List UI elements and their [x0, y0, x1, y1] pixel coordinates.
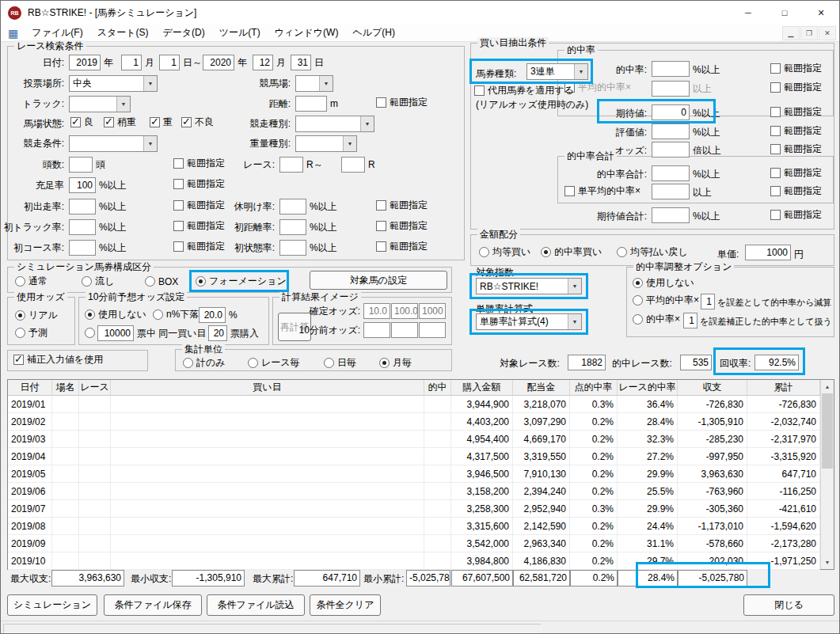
expected-value-range-checkbox[interactable]: 範囲指定 — [770, 106, 822, 118]
table-row[interactable]: 2019/103,984,8004,186,8300.2%29.7%202,03… — [8, 552, 834, 570]
col-header-purchase[interactable]: 購入金額 — [451, 380, 513, 396]
target-horse-settings-button[interactable]: 対象馬の設定 — [310, 271, 447, 290]
pre-odds-input-2[interactable] — [391, 322, 418, 338]
fixed-odds-input-1[interactable]: 10.0 — [363, 303, 390, 319]
adjust-hit-factor-input[interactable]: 1 — [683, 313, 697, 328]
table-row[interactable]: 2019/024,403,2003,097,2900.2%28.4%-1,305… — [8, 413, 834, 431]
voting-place-select[interactable]: 中央▼ — [69, 75, 158, 92]
pre-odds-drop-radio[interactable]: n%下落 — [153, 309, 199, 321]
date-to-day-input[interactable]: 31 — [291, 55, 311, 70]
track-select[interactable]: ▼ — [69, 96, 131, 112]
fixed-odds-input-2[interactable]: 100.0 — [391, 303, 418, 319]
first-distance-input[interactable] — [279, 219, 306, 235]
date-from-day-input[interactable]: 1 — [159, 55, 180, 70]
adjust-avg-radio[interactable]: 平均的中率× — [633, 294, 699, 306]
heads-range-checkbox[interactable]: 範囲指定 — [173, 158, 225, 169]
expected-total-range-checkbox[interactable]: 範囲指定 — [770, 209, 822, 221]
table-row[interactable]: 2019/093,542,0002,963,3400.2%31.1%-578,6… — [8, 535, 834, 552]
hit-total-range-checkbox[interactable]: 範囲指定 — [770, 167, 822, 179]
sufficiency-input[interactable]: 100 — [69, 177, 96, 193]
structure-normal-radio[interactable]: 通常 — [15, 275, 48, 287]
single-avg-hit-input[interactable] — [652, 184, 690, 199]
hit-total-input[interactable] — [652, 165, 690, 181]
col-header-date[interactable]: 日付 — [8, 380, 52, 396]
close-window-button[interactable]: 閉じる — [743, 594, 834, 616]
adjust-avg-factor-input[interactable]: 1 — [701, 294, 715, 309]
first-distance-range-checkbox[interactable]: 範囲指定 — [376, 220, 428, 232]
surface-heavy-checkbox[interactable]: 重 — [150, 116, 173, 128]
menu-data[interactable]: データ(D) — [156, 26, 212, 40]
agg-per-race-radio[interactable]: レース毎 — [248, 357, 300, 369]
first-start-range-checkbox[interactable]: 範囲指定 — [173, 199, 225, 211]
pre-odds-votes-radio[interactable] — [85, 327, 98, 339]
avg-hit-rate-range-checkbox[interactable]: 範囲指定 — [770, 82, 822, 93]
first-course-range-checkbox[interactable]: 範囲指定 — [173, 241, 225, 252]
layoff-input[interactable] — [279, 199, 306, 214]
first-track-range-checkbox[interactable]: 範囲指定 — [173, 220, 225, 232]
alloc-hit-rate-buy-radio[interactable]: 的中率買い — [541, 246, 602, 258]
hit-rate-range-checkbox[interactable]: 範囲指定 — [770, 63, 822, 74]
table-row[interactable]: 2019/083,315,6002,142,5900.2%24.4%-1,173… — [8, 518, 834, 535]
pre-odds-none-radio[interactable]: 使用しない — [85, 309, 146, 321]
odds-predicted-radio[interactable]: 予測 — [15, 327, 48, 339]
single-avg-range-checkbox[interactable]: 範囲指定 — [770, 185, 822, 197]
weight-type-select[interactable]: ▼ — [295, 135, 357, 152]
race-no-to-input[interactable] — [341, 157, 365, 173]
save-condition-file-button[interactable]: 条件ファイル保存 — [104, 594, 202, 616]
pre-odds-input-1[interactable] — [363, 322, 390, 338]
scrollbar-thumb[interactable] — [822, 393, 833, 469]
table-row[interactable]: 2019/013,944,9003,218,0700.3%36.4%-726,8… — [8, 396, 834, 413]
avg-hit-rate-checkbox[interactable]: 平均的中率× — [564, 82, 631, 93]
close-icon[interactable]: ✕ — [803, 1, 839, 25]
drop-pct-input[interactable]: 20.0 — [199, 307, 226, 323]
menu-help[interactable]: ヘルプ(H) — [345, 26, 402, 40]
single-avg-hit-checkbox[interactable]: 単平均的中率× — [564, 185, 640, 197]
use-correction-checkbox[interactable]: 補正入力値を使用 — [13, 354, 103, 366]
col-header-race[interactable]: レース — [79, 380, 111, 396]
expected-value-input[interactable]: 0 — [652, 104, 690, 120]
distance-range-checkbox[interactable]: 範囲指定 — [376, 97, 428, 108]
vertical-scrollbar[interactable]: ▲ ▼ — [820, 380, 834, 569]
surface-good-checkbox[interactable]: 良 — [70, 116, 93, 128]
date-from-month-input[interactable]: 1 — [121, 55, 142, 70]
expected-total-input[interactable] — [652, 207, 690, 223]
minimize-icon[interactable]: ─ — [730, 1, 766, 25]
table-row[interactable]: 2019/034,954,4004,669,1700.2%32.3%-285,2… — [8, 431, 834, 448]
structure-formation-radio[interactable]: フォーメーション — [196, 275, 287, 287]
structure-box-radio[interactable]: BOX — [145, 275, 178, 287]
col-header-race-rate[interactable]: レース的中率 — [618, 380, 678, 396]
mdi-minimize-icon[interactable]: ▁ — [782, 26, 800, 40]
racecourse-select[interactable]: ▼ — [295, 75, 333, 92]
col-header-cumulative[interactable]: 累計 — [747, 380, 820, 396]
col-header-balance[interactable]: 収支 — [678, 380, 747, 396]
win-rate-formula-select[interactable]: 単勝率計算式(4)▼ — [476, 313, 582, 330]
table-row[interactable]: 2019/073,258,3002,952,9400.3%29.9%-305,3… — [8, 500, 834, 518]
first-surface-range-checkbox[interactable]: 範囲指定 — [376, 241, 428, 252]
mdi-close-icon[interactable]: ✕ — [819, 26, 836, 40]
ticket-type-select[interactable]: 3連単▼ — [526, 63, 588, 80]
menu-window[interactable]: ウィンドウ(W) — [268, 26, 346, 40]
pre-odds-input-3[interactable] — [419, 322, 446, 338]
alloc-equal-buy-radio[interactable]: 均等買い — [479, 246, 530, 258]
table-row[interactable]: 2019/063,158,2002,394,2400.2%25.5%-763,9… — [8, 483, 834, 500]
structure-nagashi-radio[interactable]: 流し — [82, 275, 114, 287]
alloc-equal-return-radio[interactable]: 均等払い戻し — [617, 246, 688, 258]
mdi-restore-icon[interactable]: ❐ — [800, 26, 818, 40]
votes-input[interactable]: 10000 — [97, 325, 134, 341]
eval-value-input[interactable] — [652, 123, 690, 139]
col-header-payout[interactable]: 配当金 — [513, 380, 570, 396]
scroll-down-icon[interactable]: ▼ — [821, 556, 834, 569]
layoff-range-checkbox[interactable]: 範囲指定 — [376, 199, 428, 211]
substitute-ticket-checkbox[interactable]: 代用馬券を適用する — [474, 85, 574, 97]
date-from-year-input[interactable]: 2019 — [69, 55, 101, 70]
col-header-place[interactable]: 場名 — [52, 380, 79, 396]
race-no-from-input[interactable] — [279, 157, 303, 173]
maximize-icon[interactable]: □ — [766, 1, 803, 25]
race-type-select[interactable]: ▼ — [295, 116, 374, 132]
date-to-month-input[interactable]: 12 — [253, 55, 273, 70]
first-course-input[interactable] — [69, 240, 96, 256]
eval-value-range-checkbox[interactable]: 範囲指定 — [770, 125, 822, 137]
agg-total-only-radio[interactable]: 計のみ — [183, 357, 226, 369]
odds-range-checkbox[interactable]: 範囲指定 — [770, 143, 822, 155]
first-surface-input[interactable] — [279, 240, 306, 256]
